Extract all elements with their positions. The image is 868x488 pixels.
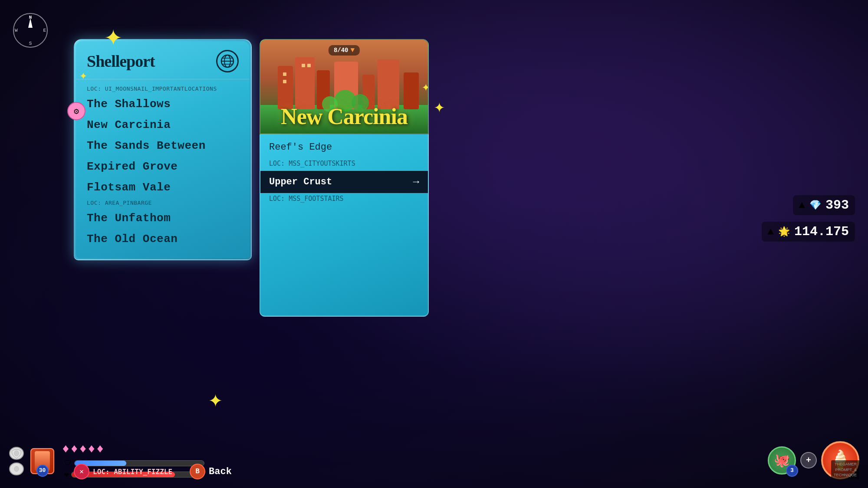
heart-box: 🐙 3: [768, 446, 796, 475]
svg-rect-14: [283, 72, 286, 76]
shield-hp-icon: 🛡: [64, 459, 72, 468]
gear-indicator: ⚙: [67, 102, 85, 120]
bottom-hud: 30 ♦ ♦ ♦ ♦ ♦ 🛡 ❤: [0, 436, 868, 488]
loc-indicator: LOC: UI_MOONSNAIL_IMPORTANTLOCATIONS: [76, 84, 250, 94]
triangle-gold-icon: ▲: [768, 226, 774, 238]
pink-currency-row: ▲ 💎 393: [793, 195, 855, 215]
heart-hp-icon: ❤: [64, 470, 69, 479]
item-slot: 30: [30, 448, 54, 474]
shell-icon-1: [9, 446, 24, 476]
subloc-cityoutskirts-loc: LOC: MSS_CITYOUTSKIRTS: [260, 158, 428, 171]
list-item-grove[interactable]: Expired Grove: [76, 156, 250, 177]
compass: N S E W: [13, 13, 52, 52]
back-button[interactable]: B Back: [190, 464, 232, 479]
arrow-right-icon: →: [413, 176, 419, 188]
subloc-upper-crust-label: Upper Crust: [269, 177, 332, 187]
panel-header: Shelleport: [76, 41, 250, 79]
sublocation-panel: Reef's Edge LOC: MSS_CITYOUTSKIRTS Upper…: [260, 134, 429, 317]
pink-gem-icon: 💎: [809, 200, 821, 211]
location-preview: 8/40 ▼ ✦ New Carcinia: [260, 39, 429, 134]
progress-arrow: ▼: [351, 46, 355, 54]
pink-currency-amount: 393: [825, 198, 849, 213]
location-list: LOC: UI_MOONSNAIL_IMPORTANTLOCATIONS The…: [76, 79, 250, 258]
subloc-upper-crust[interactable]: Upper Crust →: [260, 171, 428, 193]
list-item-sands[interactable]: The Sands Between: [76, 135, 250, 156]
b-button-label: B: [195, 468, 200, 475]
svg-point-22: [14, 451, 19, 456]
gold-gem-icon: 🌟: [778, 226, 790, 238]
b-button-icon[interactable]: B: [190, 464, 205, 479]
ability-loc-label: LOC: ABILITY_FIZZLE: [93, 468, 172, 476]
location-title: New Carcinia: [260, 104, 428, 129]
list-item-pinbarge-loc: LOC: AREA_PINBARGE: [76, 198, 250, 208]
heart-badge: 3: [786, 465, 798, 477]
back-label: Back: [209, 466, 232, 477]
list-item-vale[interactable]: Flotsam Vale: [76, 177, 250, 198]
star-5: ♦: [96, 442, 104, 456]
thegamer-badge: THEGAMERPROMPT_&TECHNIQUE: [831, 460, 859, 479]
list-item-shallows[interactable]: The Shallows: [76, 94, 250, 115]
plus-icon: +: [806, 455, 811, 465]
svg-rect-17: [307, 64, 311, 67]
x-button-icon[interactable]: ✕: [74, 464, 89, 479]
bottom-right-hud: 🐙 3 + 🍦 THEGAMERPROMPT_&TECHNIQUE: [768, 441, 859, 479]
compass-west: W: [15, 28, 18, 33]
svg-point-24: [14, 466, 19, 472]
subloc-reefs-edge[interactable]: Reef's Edge: [260, 137, 428, 158]
ability-button[interactable]: ✕ LOC: ABILITY_FIZZLE: [74, 464, 172, 479]
list-item-carcinia[interactable]: New Carcinia: [76, 115, 250, 135]
star-2: ♦: [71, 442, 78, 456]
stars-row: ♦ ♦ ♦ ♦ ♦: [62, 442, 204, 456]
compass-arrow: [28, 18, 33, 28]
svg-rect-16: [302, 64, 305, 67]
star-4: ♦: [88, 442, 95, 456]
subloc-footstairs-loc: LOC: MSS_FOOTSTAIRS: [260, 193, 428, 206]
star-3: ♦: [79, 442, 87, 456]
gold-currency-row: ▲ 🌟 114.175: [762, 222, 855, 242]
svg-rect-15: [283, 80, 286, 83]
gear-icon: ⚙: [67, 102, 85, 120]
svg-rect-12: [378, 59, 399, 109]
star-1: ♦: [62, 442, 69, 456]
progress-text: 8/40: [334, 47, 349, 54]
compass-east: E: [43, 28, 46, 33]
progress-indicator: 8/40 ▼: [329, 45, 360, 56]
location-detail-panel: 8/40 ▼ ✦ New Carcinia Reef's Edge LOC: M…: [260, 39, 429, 317]
globe-icon: [216, 50, 239, 72]
bottom-center-hud: ✕ LOC: ABILITY_FIZZLE B Back: [74, 464, 232, 479]
panel-title: Shelleport: [87, 52, 155, 71]
star-decoration-preview: ✦: [422, 78, 429, 95]
shelleport-panel: Shelleport LOC: UI_MOONSNAIL_IMPORTANTLO…: [74, 39, 252, 260]
x-button-label: ✕: [79, 467, 84, 476]
list-item-ocean[interactable]: The Old Ocean: [76, 229, 250, 249]
triangle-pink-icon: ▲: [799, 200, 805, 211]
compass-south: S: [29, 41, 32, 46]
list-item-unfathom[interactable]: The Unfathom: [76, 208, 250, 229]
level-badge: 30: [36, 465, 49, 477]
plus-button[interactable]: +: [800, 452, 817, 468]
right-currency-hud: ▲ 💎 393 ▲ 🌟 114.175: [762, 195, 855, 242]
gold-currency-amount: 114.175: [794, 224, 849, 239]
